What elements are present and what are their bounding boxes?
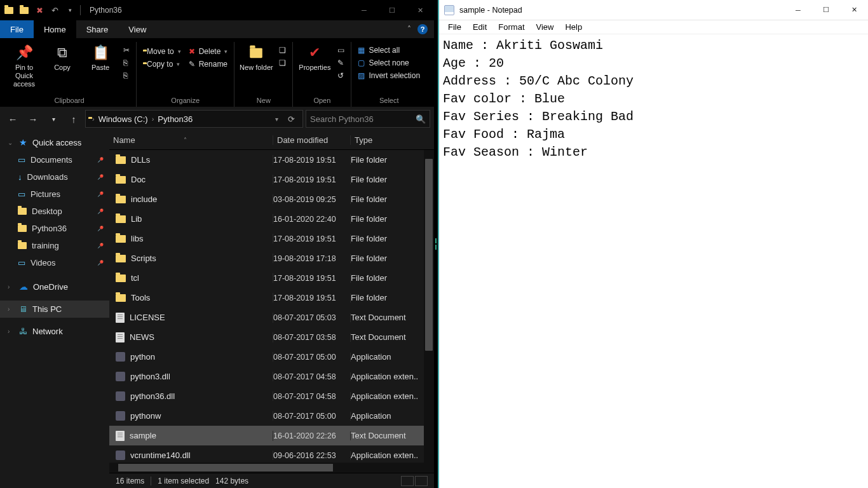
pin-icon: 📍 — [95, 240, 105, 250]
navigation-pane[interactable]: ⌄★Quick access ▭Documents📍↓Downloads📍▭Pi… — [0, 131, 109, 488]
file-row[interactable]: pythonw08-07-2017 05:00Application — [109, 406, 434, 426]
copy-to-button[interactable]: Copy to▾ — [140, 58, 184, 70]
refresh-button[interactable]: ⟳ — [282, 110, 300, 128]
rename-button[interactable]: ✎Rename — [186, 58, 231, 70]
file-list[interactable]: DLLs17-08-2019 19:51File folderDoc17-08-… — [109, 150, 434, 463]
file-row[interactable]: Lib16-01-2020 22:40File folder — [109, 209, 434, 229]
file-row[interactable]: python08-07-2017 05:00Application — [109, 347, 434, 367]
maximize-button[interactable]: ☐ — [378, 0, 406, 20]
column-header-date[interactable]: Date modified — [273, 135, 351, 145]
breadcrumb-folder[interactable]: Python36 — [158, 114, 193, 124]
file-row[interactable]: Scripts19-08-2019 17:18File folder — [109, 248, 434, 268]
chevron-right-icon[interactable]: › — [92, 115, 95, 123]
scrollbar-thumb[interactable] — [425, 159, 433, 351]
address-bar[interactable]: › Windows (C:) › Python36 ▾ ⟳ — [85, 110, 303, 128]
paste-shortcut-button[interactable]: ⎘ — [121, 70, 132, 81]
column-header-name[interactable]: Name˄ — [109, 135, 273, 145]
view-details-button[interactable] — [401, 476, 414, 486]
pin-quick-access-button[interactable]: 📌Pin to Quick access — [6, 42, 42, 89]
close-button[interactable]: ✕ — [406, 0, 434, 20]
sidebar-item[interactable]: training📍 — [0, 237, 109, 254]
chevron-right-icon: › — [8, 306, 14, 313]
file-row[interactable]: vcruntime140.dll09-06-2016 22:53Applicat… — [109, 445, 434, 463]
file-row[interactable]: python36.dll08-07-2017 04:58Application … — [109, 386, 434, 406]
sidebar-item[interactable]: ▭Videos📍 — [0, 254, 109, 271]
back-button[interactable]: ← — [4, 110, 22, 128]
tab-home[interactable]: Home — [34, 20, 76, 38]
select-all-button[interactable]: ▦Select all — [355, 44, 423, 56]
menu-edit[interactable]: Edit — [469, 21, 491, 33]
menu-view[interactable]: View — [532, 21, 558, 33]
explorer-titlebar[interactable]: ✖ ↶ ▾ Python36 ─ ☐ ✕ — [0, 0, 434, 20]
copy-button[interactable]: ⧉Copy — [44, 42, 80, 72]
file-row[interactable]: include03-08-2019 09:25File folder — [109, 189, 434, 209]
move-to-button[interactable]: Move to▾ — [140, 46, 184, 57]
cut-button[interactable]: ✂ — [121, 44, 132, 56]
nav-onedrive[interactable]: ›☁OneDrive — [0, 278, 109, 295]
notepad-text-area[interactable]: Name : Akriti Goswami Age : 20 Address :… — [439, 34, 868, 488]
easy-access-button[interactable]: ❏ — [276, 57, 288, 69]
notepad-titlebar[interactable]: sample - Notepad ─ ☐ ✕ — [439, 0, 868, 20]
edit-button[interactable]: ✎ — [335, 57, 347, 69]
minimize-button[interactable]: ─ — [350, 0, 378, 20]
save-icon[interactable]: ✖ — [34, 5, 44, 15]
horizontal-scrollbar[interactable] — [109, 463, 434, 473]
sidebar-item[interactable]: ▭Pictures📍 — [0, 186, 109, 203]
history-button[interactable]: ↺ — [335, 70, 347, 81]
menu-format[interactable]: Format — [494, 21, 528, 33]
up-button[interactable]: ↑ — [65, 110, 83, 128]
sidebar-item[interactable]: Python36📍 — [0, 220, 109, 237]
file-row[interactable]: libs17-08-2019 19:51File folder — [109, 229, 434, 248]
nav-quick-access[interactable]: ⌄★Quick access — [0, 133, 109, 151]
file-row[interactable]: Tools17-08-2019 19:51File folder — [109, 288, 434, 308]
file-date: 16-01-2020 22:40 — [273, 215, 351, 224]
minimize-button[interactable]: ─ — [784, 0, 812, 20]
tab-view[interactable]: View — [118, 20, 156, 38]
copy-path-button[interactable]: ⎘ — [121, 57, 132, 69]
forward-button[interactable]: → — [24, 110, 42, 128]
maximize-button[interactable]: ☐ — [812, 0, 840, 20]
sidebar-item[interactable]: ↓Downloads📍 — [0, 168, 109, 186]
undo-icon[interactable]: ↶ — [50, 5, 60, 15]
file-row[interactable]: Doc17-08-2019 19:51File folder — [109, 170, 434, 189]
tab-share[interactable]: Share — [76, 20, 119, 38]
breadcrumb-drive[interactable]: Windows (C:) — [98, 114, 148, 124]
scrollbar-thumb[interactable] — [118, 464, 333, 471]
file-row[interactable]: DLLs17-08-2019 19:51File folder — [109, 150, 434, 170]
easy-access-icon: ❏ — [279, 58, 286, 67]
properties-button[interactable]: ✔Properties — [297, 42, 332, 72]
file-row[interactable]: sample16-01-2020 22:26Text Document — [109, 426, 434, 445]
invert-selection-button[interactable]: ▨Invert selection — [355, 70, 423, 81]
collapse-ribbon-icon[interactable]: ˄ — [407, 25, 411, 34]
file-row[interactable]: python3.dll08-07-2017 04:58Application e… — [109, 367, 434, 386]
paste-button[interactable]: 📋Paste — [83, 42, 118, 72]
new-item-button[interactable]: ❏ — [276, 44, 288, 56]
file-row[interactable]: LICENSE08-07-2017 05:03Text Document — [109, 308, 434, 327]
select-none-button[interactable]: ▢Select none — [355, 57, 423, 69]
delete-button[interactable]: ✖Delete▾ — [186, 46, 231, 57]
chevron-right-icon[interactable]: › — [152, 115, 154, 123]
open-button[interactable]: ▭ — [335, 44, 347, 56]
menu-help[interactable]: Help — [561, 21, 586, 33]
history-dropdown[interactable]: ▾ — [44, 110, 62, 128]
file-date: 17-08-2019 19:51 — [273, 175, 351, 184]
sidebar-item[interactable]: ▭Documents📍 — [0, 151, 109, 168]
chevron-down-icon[interactable]: ▾ — [275, 116, 278, 123]
help-icon[interactable]: ? — [417, 24, 428, 34]
dropdown-icon[interactable]: ▾ — [65, 5, 75, 15]
vertical-scrollbar[interactable] — [424, 150, 434, 463]
nav-this-pc[interactable]: ›🖥This PC — [0, 301, 109, 318]
search-input[interactable]: Search Python36 🔍 — [306, 110, 430, 128]
close-button[interactable]: ✕ — [840, 0, 868, 20]
address-bar-row: ← → ▾ ↑ › Windows (C:) › Python36 ▾ ⟳ Se… — [0, 107, 434, 131]
nav-network[interactable]: ›🖧Network — [0, 323, 109, 340]
menu-file[interactable]: File — [444, 21, 465, 33]
pin-icon: 📍 — [95, 172, 105, 182]
file-row[interactable]: tcl17-08-2019 19:51File folder — [109, 268, 434, 288]
tab-file[interactable]: File — [0, 20, 34, 38]
sidebar-item[interactable]: Desktop📍 — [0, 203, 109, 220]
file-row[interactable]: NEWS08-07-2017 03:58Text Document — [109, 327, 434, 347]
column-header-type[interactable]: Type — [351, 135, 434, 145]
view-large-button[interactable] — [415, 476, 428, 486]
new-folder-button[interactable]: New folder — [238, 42, 274, 72]
